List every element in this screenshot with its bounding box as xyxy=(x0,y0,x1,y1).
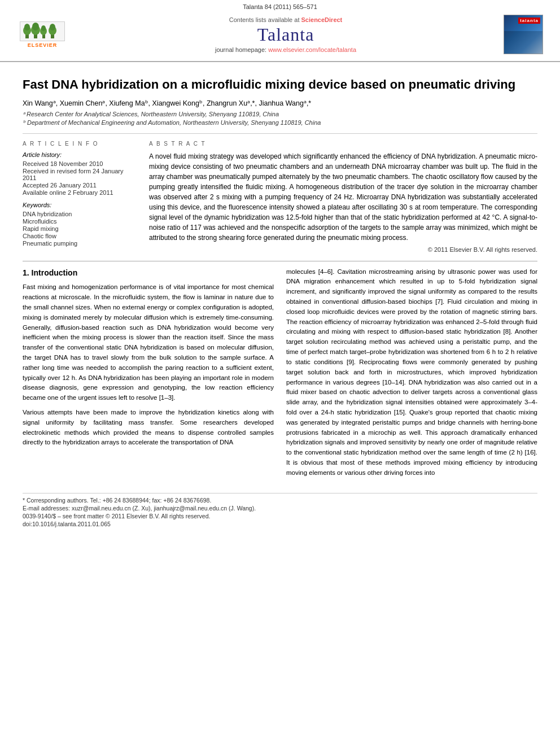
copyright-line: © 2011 Elsevier B.V. All rights reserved… xyxy=(149,246,537,253)
received-revised-date: Received in revised form 24 January 2011 xyxy=(23,168,135,181)
authors-line: Xin Wangᵃ, Xuemin Chenᵃ, Xiufeng Maᵇ, Xi… xyxy=(23,99,537,107)
sciencedirect-link[interactable]: ScienceDirect xyxy=(301,16,343,23)
page-wrapper: Talanta 84 (2011) 565–571 xyxy=(0,0,560,747)
header-content: ELSEVIER Contents lists available at Sci… xyxy=(17,12,543,56)
affiliation-a: ᵃ Research Center for Analytical Science… xyxy=(23,111,537,118)
elsevier-brand-text: ELSEVIER xyxy=(28,42,58,48)
body-section: 1. Introduction Fast mixing and homogeni… xyxy=(23,267,537,483)
journal-name: Talanta xyxy=(68,24,504,45)
available-date: Available online 2 February 2011 xyxy=(23,189,135,196)
footer-section: * Corresponding authors. Tel.: +86 24 83… xyxy=(23,493,537,527)
divider-after-affiliations xyxy=(23,133,537,134)
abstract-heading: A B S T R A C T xyxy=(149,141,537,147)
footnote-email: E-mail addresses: xuzr@mail.neu.edu.cn (… xyxy=(23,505,537,512)
article-title: Fast DNA hybridization on a microfluidic… xyxy=(23,77,537,93)
homepage-prefix: journal homepage: xyxy=(215,46,268,53)
keywords-label: Keywords: xyxy=(23,202,135,208)
footnote-issn: 0039-9140/$ – see front matter © 2011 El… xyxy=(23,513,537,519)
keywords-section: Keywords: DNA hybridization Microfluidic… xyxy=(23,202,135,247)
intro-section-title: 1. Introduction xyxy=(23,267,274,279)
received-date: Received 18 November 2010 xyxy=(23,160,135,167)
cover-label: talanta xyxy=(518,18,540,24)
article-content: Fast DNA hybridization on a microfluidic… xyxy=(0,62,560,534)
abstract-text: A novel fluid mixing strategy was develo… xyxy=(149,151,537,243)
body-col-right: molecules [4–6]. Cavitation microstreami… xyxy=(286,267,537,483)
keyword-1: DNA hybridization xyxy=(23,211,135,217)
svg-point-5 xyxy=(32,23,39,30)
elsevier-logo-image xyxy=(20,21,65,41)
keyword-4: Chaotic flow xyxy=(23,233,135,239)
article-info-heading: A R T I C L E I N F O xyxy=(23,141,135,147)
footnote-corresponding: * Corresponding authors. Tel.: +86 24 83… xyxy=(23,497,537,504)
svg-point-8 xyxy=(41,25,46,31)
body-col-left: 1. Introduction Fast mixing and homogeni… xyxy=(23,267,274,483)
journal-ref-line: Talanta 84 (2011) 565–571 xyxy=(17,0,543,12)
journal-title-area: Contents lists available at ScienceDirec… xyxy=(68,16,504,53)
keyword-2: Microfluidics xyxy=(23,218,135,225)
sciencedirect-prefix: Contents lists available at xyxy=(229,16,301,23)
homepage-url[interactable]: www.elsevier.com/locate/talanta xyxy=(268,46,356,53)
sciencedirect-line: Contents lists available at ScienceDirec… xyxy=(68,16,504,23)
history-label: Article history: xyxy=(23,151,135,158)
keyword-3: Rapid mixing xyxy=(23,225,135,232)
elsevier-tree-svg xyxy=(23,23,62,40)
elsevier-logo: ELSEVIER xyxy=(17,19,68,50)
article-info-column: A R T I C L E I N F O Article history: R… xyxy=(23,141,135,253)
info-abstract-section: A R T I C L E I N F O Article history: R… xyxy=(23,141,537,253)
footnote-doi: doi:10.1016/j.talanta.2011.01.065 xyxy=(23,521,537,527)
intro-para1: Fast mixing and homogenization performan… xyxy=(23,282,274,403)
intro-para2: Various attempts have been made to impro… xyxy=(23,408,274,448)
section-number: 1. xyxy=(23,268,29,277)
svg-point-2 xyxy=(24,24,30,30)
section-title-text: Introduction xyxy=(32,268,78,277)
journal-homepage-line: journal homepage: www.elsevier.com/locat… xyxy=(68,46,504,53)
journal-header: Talanta 84 (2011) 565–571 xyxy=(0,0,560,62)
body-divider xyxy=(23,261,537,261)
abstract-column: A B S T R A C T A novel fluid mixing str… xyxy=(149,141,537,253)
talanta-cover-image: talanta xyxy=(504,15,543,54)
cover-overlay xyxy=(504,31,542,54)
accepted-date: Accepted 26 January 2011 xyxy=(23,182,135,189)
svg-point-11 xyxy=(50,24,55,30)
ref-text: Talanta 84 (2011) 565–571 xyxy=(243,3,317,10)
keyword-5: Pneumatic pumping xyxy=(23,240,135,247)
intro-para3: molecules [4–6]. Cavitation microstreami… xyxy=(286,267,537,478)
affiliation-b: ᵇ Department of Mechanical Engineering a… xyxy=(23,119,537,126)
